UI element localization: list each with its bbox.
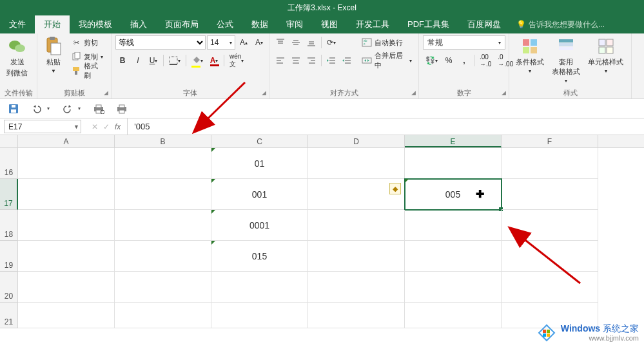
col-header-f[interactable]: F xyxy=(502,135,598,147)
cell-a19[interactable] xyxy=(18,241,115,272)
orientation-button[interactable]: ⟳▾ xyxy=(324,35,338,50)
border-button[interactable]: ▾ xyxy=(166,53,183,68)
italic-button[interactable]: I xyxy=(131,53,145,68)
table-format-button[interactable]: 套用 表格格式▾ xyxy=(549,35,583,85)
cell-a16[interactable] xyxy=(18,148,115,179)
spreadsheet-grid[interactable]: A B C D E F 16 01 17 001 ◆ 005 xyxy=(0,135,644,328)
conditional-format-button[interactable]: 条件格式▾ xyxy=(513,35,547,75)
tab-data[interactable]: 数据 xyxy=(242,15,277,33)
undo-dropdown[interactable]: ▾ xyxy=(45,102,52,116)
row-header-17[interactable]: 17 xyxy=(0,179,18,210)
cell-c17[interactable]: 001 xyxy=(211,179,308,210)
increase-font-button[interactable]: A▴ xyxy=(237,35,251,50)
percent-button[interactable]: % xyxy=(442,53,456,68)
row-header-16[interactable]: 16 xyxy=(0,148,18,179)
send-to-wechat-button[interactable]: 发送 到微信 xyxy=(4,35,30,79)
cell-a21[interactable] xyxy=(18,303,115,328)
cell-e17[interactable]: ◆ 005 ✚ xyxy=(405,179,502,210)
cell-e19[interactable] xyxy=(405,241,502,272)
align-right-button[interactable] xyxy=(304,53,318,68)
cell-d16[interactable] xyxy=(308,148,405,179)
cell-c19[interactable]: 015 xyxy=(211,241,308,272)
tab-formulas[interactable]: 公式 xyxy=(208,15,242,33)
save-button[interactable] xyxy=(6,102,21,116)
increase-indent-button[interactable] xyxy=(340,53,354,68)
row-header-19[interactable]: 19 xyxy=(0,241,18,272)
cell-b21[interactable] xyxy=(115,303,211,328)
cell-f19[interactable] xyxy=(502,241,598,272)
tab-insert[interactable]: 插入 xyxy=(121,15,156,33)
select-all-corner[interactable] xyxy=(0,135,18,147)
formula-input[interactable]: '005 xyxy=(128,118,644,135)
col-header-e[interactable]: E xyxy=(405,135,502,147)
format-painter-button[interactable]: 格式刷 xyxy=(68,64,107,78)
fx-icon[interactable]: fx xyxy=(115,122,121,131)
cell-f17[interactable] xyxy=(502,179,598,210)
font-dialog-launcher[interactable]: ◢ xyxy=(260,89,268,97)
cell-e20[interactable] xyxy=(405,272,502,303)
cell-b18[interactable] xyxy=(115,210,211,241)
cell-c16[interactable]: 01 xyxy=(211,148,308,179)
merge-center-button[interactable]: 合并后居中 ▾ xyxy=(359,53,415,68)
wrap-text-button[interactable]: abc 自动换行 xyxy=(359,35,415,50)
cell-b19[interactable] xyxy=(115,241,211,272)
align-bottom-button[interactable] xyxy=(304,35,318,50)
tab-pdftools[interactable]: PDF工具集 xyxy=(398,15,458,33)
cell-d20[interactable] xyxy=(308,272,405,303)
print-button[interactable] xyxy=(115,102,129,116)
decrease-indent-button[interactable] xyxy=(324,53,338,68)
font-size-select[interactable]: 14▾ xyxy=(207,35,235,50)
cell-b16[interactable] xyxy=(115,148,211,179)
accounting-format-button[interactable]: 💱▾ xyxy=(423,53,440,68)
number-format-select[interactable]: 常规▾ xyxy=(423,35,505,50)
cell-b17[interactable] xyxy=(115,179,211,210)
cell-d19[interactable] xyxy=(308,241,405,272)
undo-button[interactable] xyxy=(30,102,44,116)
redo-dropdown[interactable]: ▾ xyxy=(76,102,83,116)
cell-f18[interactable] xyxy=(502,210,598,241)
cell-c20[interactable] xyxy=(211,272,308,303)
cell-e16[interactable] xyxy=(405,148,502,179)
align-center-button[interactable] xyxy=(289,53,303,68)
enter-formula-button[interactable]: ✓ xyxy=(103,122,110,131)
cell-style-button[interactable]: 单元格样式▾ xyxy=(585,35,626,75)
cell-a17[interactable] xyxy=(18,179,115,210)
cell-d21[interactable] xyxy=(308,303,405,328)
cell-f20[interactable] xyxy=(502,272,598,303)
bold-button[interactable]: B xyxy=(115,53,130,68)
align-dialog-launcher[interactable]: ◢ xyxy=(409,89,417,97)
cell-b20[interactable] xyxy=(115,272,211,303)
cell-c21[interactable] xyxy=(211,303,308,328)
phonetic-button[interactable]: wén文▾ xyxy=(227,53,246,68)
cut-button[interactable]: ✂ 剪切 xyxy=(68,35,107,50)
increase-decimal-button[interactable]: .00→.0 xyxy=(477,53,494,68)
cell-e21[interactable] xyxy=(405,303,502,328)
font-name-select[interactable]: 等线 xyxy=(115,35,206,50)
print-preview-button[interactable] xyxy=(92,102,106,116)
col-header-a[interactable]: A xyxy=(18,135,115,147)
cell-a18[interactable] xyxy=(18,210,115,241)
align-top-button[interactable] xyxy=(273,35,288,50)
name-box[interactable]: E17 ▼ xyxy=(4,120,81,133)
tab-view[interactable]: 视图 xyxy=(312,15,347,33)
tab-file[interactable]: 文件 xyxy=(0,15,35,33)
cell-c18[interactable]: 0001 xyxy=(211,210,308,241)
tab-baidu[interactable]: 百度网盘 xyxy=(458,15,510,33)
cell-e18[interactable] xyxy=(405,210,502,241)
cell-d18[interactable] xyxy=(308,210,405,241)
tab-developer[interactable]: 开发工具 xyxy=(347,15,398,33)
align-left-button[interactable] xyxy=(273,53,288,68)
tell-me-box[interactable]: 💡 告诉我您想要做什么... xyxy=(516,15,605,33)
error-flag-button[interactable]: ◆ xyxy=(389,183,401,194)
cancel-formula-button[interactable]: ✕ xyxy=(92,122,98,131)
tab-review[interactable]: 审阅 xyxy=(277,15,312,33)
decrease-font-button[interactable]: A▾ xyxy=(252,35,266,50)
align-middle-button[interactable] xyxy=(289,35,303,50)
underline-button[interactable]: U▾ xyxy=(146,53,161,68)
cell-f16[interactable] xyxy=(502,148,598,179)
col-header-c[interactable]: C xyxy=(211,135,308,147)
font-color-button[interactable]: A ▾ xyxy=(207,53,221,68)
tab-pagelayout[interactable]: 页面布局 xyxy=(156,15,208,33)
row-header-21[interactable]: 21 xyxy=(0,303,18,328)
number-dialog-launcher[interactable]: ◢ xyxy=(500,89,507,97)
